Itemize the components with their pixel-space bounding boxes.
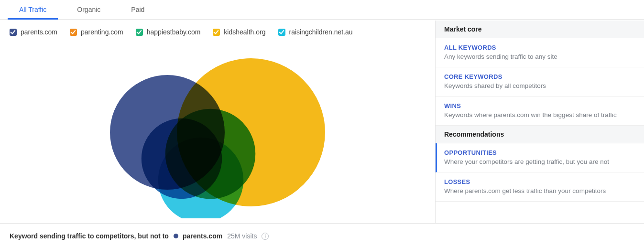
card-title: LOSSES bbox=[444, 178, 635, 185]
bottom-site: parents.com bbox=[183, 232, 222, 240]
site-dot-icon bbox=[174, 234, 178, 238]
legend-label: happiestbaby.com bbox=[147, 28, 201, 36]
card-losses[interactable]: LOSSES Where parents.com get less traffi… bbox=[436, 172, 644, 202]
card-desc: Where your competitors are getting traff… bbox=[444, 158, 635, 165]
tab-all-traffic[interactable]: All Traffic bbox=[11, 0, 54, 19]
tabs-bar: All Traffic Organic Paid bbox=[0, 0, 644, 20]
bottom-bar: Keyword sending traffic to competitors, … bbox=[0, 223, 644, 245]
card-desc: Any keywords sending traffic to any site bbox=[444, 53, 635, 60]
legend-item-happiestbaby[interactable]: happiestbaby.com bbox=[136, 28, 201, 36]
legend-label: kidshealth.org bbox=[224, 28, 265, 36]
card-wins[interactable]: WINS Keywords where parents.com win the … bbox=[436, 97, 644, 126]
checkbox-icon[interactable] bbox=[136, 29, 143, 36]
legend-item-raisingchildren[interactable]: raisingchildren.net.au bbox=[278, 28, 353, 36]
card-desc: Keywords shared by all competitors bbox=[444, 82, 635, 89]
checkbox-icon[interactable] bbox=[213, 29, 220, 36]
card-opportunities[interactable]: OPPORTUNITIES Where your competitors are… bbox=[436, 143, 644, 172]
card-title: OPPORTUNITIES bbox=[444, 149, 635, 156]
venn-svg bbox=[10, 42, 426, 218]
card-core-keywords[interactable]: CORE KEYWORDS Keywords shared by all com… bbox=[436, 67, 644, 97]
card-title: CORE KEYWORDS bbox=[444, 73, 635, 80]
legend-item-parenting[interactable]: parenting.com bbox=[70, 28, 123, 36]
info-icon[interactable]: i bbox=[262, 233, 269, 240]
section-header-market-core: Market core bbox=[436, 21, 644, 38]
legend-label: raisingchildren.net.au bbox=[289, 28, 353, 36]
bottom-visits: 25M visits bbox=[227, 232, 257, 240]
legend-item-parents[interactable]: parents.com bbox=[10, 28, 57, 36]
right-panel: Market core ALL KEYWORDS Any keywords se… bbox=[435, 21, 644, 223]
card-title: ALL KEYWORDS bbox=[444, 44, 635, 51]
legend-label: parenting.com bbox=[81, 28, 123, 36]
card-title: WINS bbox=[444, 102, 635, 109]
legend: parents.com parenting.com happiestbaby.c… bbox=[10, 27, 426, 42]
left-panel: parents.com parenting.com happiestbaby.c… bbox=[0, 20, 435, 223]
checkbox-icon[interactable] bbox=[10, 29, 17, 36]
legend-item-kidshealth[interactable]: kidshealth.org bbox=[213, 28, 265, 36]
venn-circle-parenting-com[interactable] bbox=[141, 118, 222, 199]
card-desc: Where parents.com get less traffic than … bbox=[444, 187, 635, 194]
main-row: parents.com parenting.com happiestbaby.c… bbox=[0, 20, 644, 223]
venn-chart bbox=[10, 42, 426, 218]
card-all-keywords[interactable]: ALL KEYWORDS Any keywords sending traffi… bbox=[436, 38, 644, 67]
tab-paid[interactable]: Paid bbox=[123, 0, 152, 19]
bottom-prefix: Keyword sending traffic to competitors, … bbox=[10, 232, 169, 240]
checkbox-icon[interactable] bbox=[278, 29, 285, 36]
legend-label: parents.com bbox=[21, 28, 57, 36]
checkbox-icon[interactable] bbox=[70, 29, 77, 36]
tab-organic[interactable]: Organic bbox=[69, 0, 108, 19]
section-header-recommendations: Recommendations bbox=[436, 126, 644, 143]
card-desc: Keywords where parents.com win the bigge… bbox=[444, 111, 635, 118]
